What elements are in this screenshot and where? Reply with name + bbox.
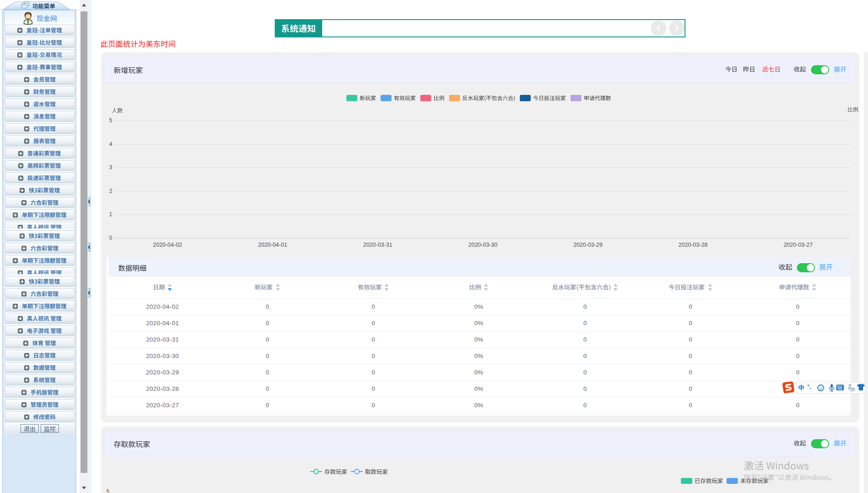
svg-text:20: 20 (851, 388, 855, 391)
